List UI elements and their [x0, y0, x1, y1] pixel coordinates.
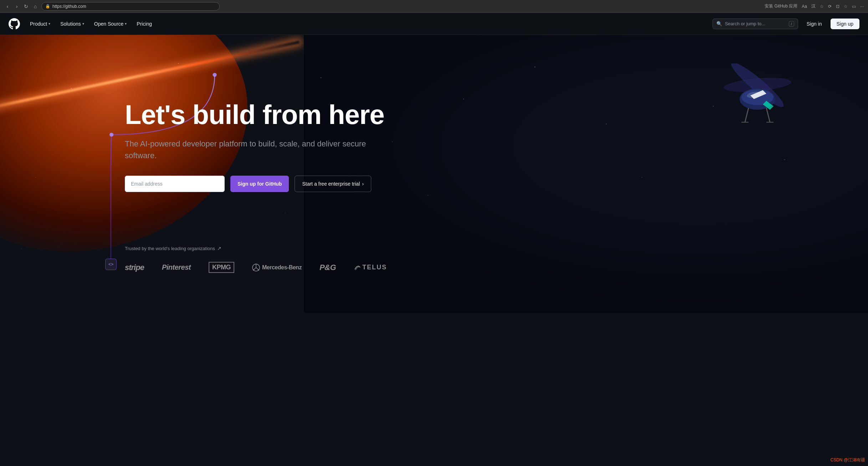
- nav-forward-btn[interactable]: ›: [14, 3, 20, 10]
- kpmg-logo: KPMG: [209, 262, 234, 273]
- signup-cta-button[interactable]: Sign up for GitHub: [230, 176, 289, 192]
- font-size-btn[interactable]: Aa: [802, 4, 807, 9]
- nav-solutions[interactable]: Solutions ▾: [56, 18, 88, 30]
- star-btn[interactable]: ☆: [844, 4, 848, 9]
- solutions-chevron: ▾: [82, 22, 84, 26]
- telus-swoosh-icon: [354, 264, 361, 271]
- signup-button[interactable]: Sign up: [831, 19, 859, 29]
- search-icon: 🔍: [716, 21, 722, 26]
- nav-links: Product ▾ Solutions ▾ Open Source ▾ Pric…: [26, 18, 713, 30]
- browser-right-actions: 安装 GitHub 应用 Aa 汉 ☆ ⟳ ⊡ ☆ ▭ ···: [765, 3, 864, 9]
- bookmark-btn[interactable]: ☆: [820, 4, 824, 9]
- hero-subtitle: The AI-powered developer platform to bui…: [125, 138, 374, 161]
- product-chevron: ▾: [48, 22, 50, 26]
- refresh-btn[interactable]: ⟳: [828, 4, 832, 9]
- enterprise-trial-button[interactable]: Start a free enterprise trial ›: [295, 176, 371, 192]
- nav-refresh-btn[interactable]: ↻: [23, 3, 29, 10]
- sidebar-btn[interactable]: ▭: [852, 4, 856, 9]
- trusted-section: Trusted by the world's leading organizat…: [0, 228, 868, 284]
- search-box[interactable]: 🔍 Search or jump to... /: [713, 19, 798, 29]
- svg-line-14: [256, 268, 259, 270]
- trusted-text: Trusted by the world's leading organizat…: [125, 245, 868, 251]
- hero-content: Let's build from here The AI-powered dev…: [0, 64, 392, 228]
- pinterest-logo: Pinterest: [162, 263, 191, 271]
- nav-back-btn[interactable]: ‹: [4, 3, 11, 10]
- mercedes-star-icon: [252, 264, 260, 271]
- nav-open-source[interactable]: Open Source ▾: [90, 18, 131, 30]
- open-source-chevron: ▾: [125, 22, 127, 26]
- stripe-logo: stripe: [125, 263, 144, 272]
- hero-section: <>: [0, 35, 868, 313]
- nav-pricing[interactable]: Pricing: [132, 18, 156, 30]
- email-input[interactable]: [125, 176, 225, 192]
- pg-logo: P&G: [320, 263, 336, 272]
- nav-home-btn[interactable]: ⌂: [32, 3, 39, 10]
- lock-icon: 🔒: [45, 4, 50, 9]
- trusted-arrow-icon: ↗: [217, 245, 221, 251]
- telus-logo: TELUS: [354, 264, 387, 271]
- url-text: https://github.com: [52, 4, 86, 9]
- more-btn[interactable]: ···: [860, 4, 864, 9]
- nav-right: 🔍 Search or jump to... / Sign in Sign up: [713, 19, 859, 29]
- url-bar[interactable]: 🔒 https://github.com: [41, 2, 220, 11]
- svg-line-13: [253, 268, 256, 270]
- install-github-app[interactable]: 安装 GitHub 应用: [765, 3, 797, 9]
- signin-button[interactable]: Sign in: [802, 19, 826, 29]
- github-navbar: Product ▾ Solutions ▾ Open Source ▾ Pric…: [0, 13, 868, 35]
- enterprise-arrow-icon: ›: [362, 181, 364, 187]
- search-placeholder: Search or jump to...: [725, 21, 765, 26]
- hero-cta: Sign up for GitHub Start a free enterpri…: [125, 176, 392, 192]
- extension-btn[interactable]: ⊡: [836, 4, 839, 9]
- mercedes-benz-logo: Mercedes-Benz: [252, 264, 302, 271]
- browser-chrome: ‹ › ↻ ⌂ 🔒 https://github.com 安装 GitHub 应…: [0, 0, 868, 13]
- hero-title: Let's build from here: [125, 100, 392, 130]
- github-logo[interactable]: [9, 18, 20, 30]
- search-kbd: /: [789, 21, 794, 27]
- translate-btn[interactable]: 汉: [811, 3, 816, 9]
- trusted-logos: stripe Pinterest KPMG Mercedes-Benz P&G: [125, 262, 868, 273]
- nav-product[interactable]: Product ▾: [26, 18, 55, 30]
